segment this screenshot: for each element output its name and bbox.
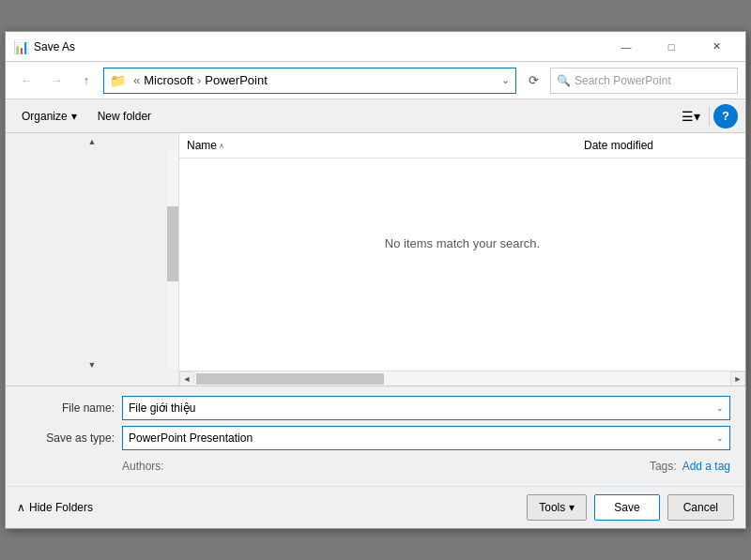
organize-label: Organize xyxy=(22,110,68,123)
meta-row: Authors: Tags: Add a tag xyxy=(21,456,730,477)
up-button[interactable]: ↑ xyxy=(73,68,100,94)
tools-button[interactable]: Tools ▾ xyxy=(527,494,587,521)
file-area: ▲ ▼ Name ∧ Date modified No items match … xyxy=(6,133,745,386)
savetype-select[interactable]: PowerPoint Presentation ⌄ xyxy=(122,426,730,450)
form-section: File name: File giới thiệu ⌄ Save as typ… xyxy=(6,386,745,486)
sidebar-scrollbar-thumb[interactable] xyxy=(167,206,178,281)
filename-value: File giới thiệu xyxy=(129,401,195,415)
sidebar-scroll-up[interactable]: ▲ xyxy=(6,133,178,150)
cancel-button[interactable]: Cancel xyxy=(667,494,734,521)
address-path-part2: PowerPoint xyxy=(205,73,267,87)
column-name-label: Name xyxy=(187,139,217,152)
app-icon: 📊 xyxy=(13,39,28,54)
save-as-dialog: 📊 Save As — □ ✕ ← → ↑ 📁 « Microsoft › Po… xyxy=(5,31,746,529)
hide-folders-label: Hide Folders xyxy=(29,501,93,514)
dialog-title: Save As xyxy=(34,40,605,53)
sort-indicator: ∧ xyxy=(219,142,224,150)
horizontal-scrollbar: ◄ ► xyxy=(179,371,745,386)
savetype-label: Save as type: xyxy=(21,431,115,445)
tools-arrow: ▾ xyxy=(569,501,575,514)
action-bar: ∧ Hide Folders Tools ▾ Save Cancel xyxy=(6,486,745,528)
navigation-bar: ← → ↑ 📁 « Microsoft › PowerPoint ⌄ ⟳ 🔍 S… xyxy=(6,62,745,99)
sidebar: ▲ ▼ xyxy=(6,133,179,386)
minimize-button[interactable]: — xyxy=(605,38,648,56)
address-bar[interactable]: 📁 « Microsoft › PowerPoint ⌄ xyxy=(103,68,516,94)
sidebar-scrollbar-track xyxy=(167,150,178,369)
view-icon: ☰ xyxy=(682,109,694,124)
maximize-button[interactable]: □ xyxy=(650,38,693,56)
organize-arrow: ▾ xyxy=(71,110,77,123)
folder-icon: 📁 xyxy=(110,73,126,88)
toolbar: Organize ▾ New folder ☰ ▾ ? xyxy=(6,99,745,133)
column-name[interactable]: Name ∧ xyxy=(179,137,576,154)
empty-message: No items match your search. xyxy=(179,159,745,327)
organize-button[interactable]: Organize ▾ xyxy=(13,104,85,129)
view-button[interactable]: ☰ ▾ xyxy=(677,104,705,129)
hide-folders-icon: ∧ xyxy=(17,501,25,514)
path-separator: › xyxy=(197,73,201,87)
view-arrow: ▾ xyxy=(694,109,700,124)
save-button[interactable]: Save xyxy=(594,494,659,521)
column-date-label: Date modified xyxy=(584,139,653,152)
scroll-right-button[interactable]: ► xyxy=(730,371,745,386)
file-list: Name ∧ Date modified No items match your… xyxy=(179,133,745,386)
address-separator: « xyxy=(133,73,140,87)
tags-label: Tags: xyxy=(650,460,677,473)
back-button[interactable]: ← xyxy=(13,68,39,94)
new-folder-button[interactable]: New folder xyxy=(89,104,160,129)
address-dropdown-arrow[interactable]: ⌄ xyxy=(501,74,510,86)
title-bar: 📊 Save As — □ ✕ xyxy=(6,32,745,62)
authors-label: Authors: xyxy=(122,460,164,473)
toolbar-divider xyxy=(709,107,710,126)
search-placeholder: Search PowerPoint xyxy=(575,74,671,87)
hide-folders-button[interactable]: ∧ Hide Folders xyxy=(17,501,93,514)
forward-button[interactable]: → xyxy=(43,68,69,94)
scroll-track xyxy=(196,373,728,385)
filename-row: File name: File giới thiệu ⌄ xyxy=(21,396,730,420)
column-date-modified[interactable]: Date modified xyxy=(576,137,745,154)
filename-dropdown-arrow[interactable]: ⌄ xyxy=(716,403,724,413)
address-path-part1: Microsoft xyxy=(144,73,193,87)
sidebar-scroll-down[interactable]: ▼ xyxy=(6,356,178,373)
savetype-value: PowerPoint Presentation xyxy=(129,431,253,445)
filename-input[interactable]: File giới thiệu ⌄ xyxy=(122,396,730,420)
window-controls: — □ ✕ xyxy=(605,38,738,56)
savetype-dropdown-arrow[interactable]: ⌄ xyxy=(716,433,724,443)
file-list-header: Name ∧ Date modified xyxy=(179,133,745,159)
savetype-row: Save as type: PowerPoint Presentation ⌄ xyxy=(21,426,730,450)
search-bar[interactable]: 🔍 Search PowerPoint xyxy=(550,68,738,94)
help-button[interactable]: ? xyxy=(713,104,738,129)
add-tag-link[interactable]: Add a tag xyxy=(682,460,730,473)
scroll-left-button[interactable]: ◄ xyxy=(179,371,194,386)
filename-label: File name: xyxy=(21,401,115,415)
close-button[interactable]: ✕ xyxy=(695,38,738,56)
tools-label: Tools xyxy=(539,501,565,514)
new-folder-label: New folder xyxy=(98,110,151,123)
scroll-thumb[interactable] xyxy=(196,373,384,385)
action-buttons: Tools ▾ Save Cancel xyxy=(527,494,734,521)
refresh-button[interactable]: ⟳ xyxy=(520,68,546,94)
search-icon: 🔍 xyxy=(557,74,571,87)
